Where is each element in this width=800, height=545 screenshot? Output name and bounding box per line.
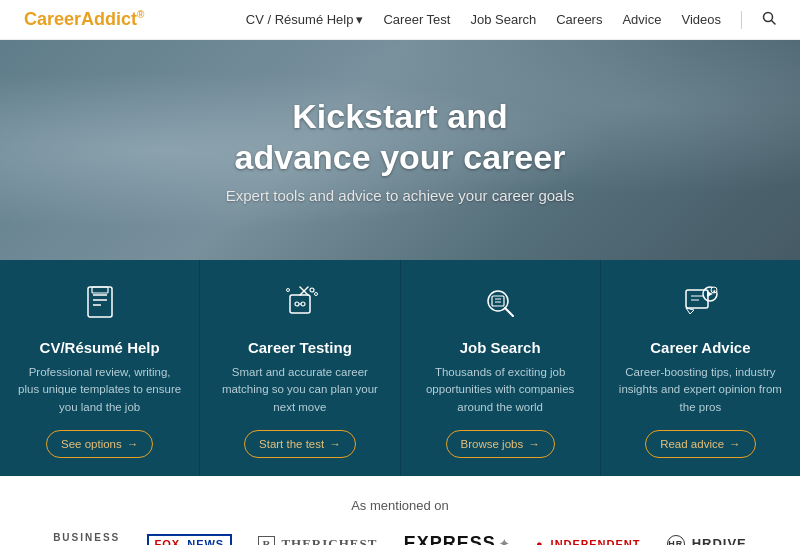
nav-item-careers[interactable]: Careers bbox=[556, 12, 602, 27]
arrow-icon: → bbox=[329, 438, 341, 450]
arrow-icon: → bbox=[127, 438, 139, 450]
svg-point-11 bbox=[301, 302, 305, 306]
svg-point-10 bbox=[295, 302, 299, 306]
card-cv-description: Professional review, writing, plus uniqu… bbox=[18, 364, 181, 416]
svg-rect-18 bbox=[492, 296, 504, 306]
press-logo-fox-news: FOX NEWS bbox=[147, 534, 233, 545]
mentioned-section: As mentioned on BUSINESSINSIDER FOX NEWS… bbox=[0, 476, 800, 545]
arrow-icon: → bbox=[528, 438, 540, 450]
svg-point-13 bbox=[310, 288, 314, 292]
card-cv-title: CV/Résumé Help bbox=[40, 339, 160, 356]
press-logo-business-insider: BUSINESSINSIDER bbox=[53, 531, 120, 545]
card-job-search-title: Job Search bbox=[460, 339, 541, 356]
press-logo-therichest: R TheRichest bbox=[258, 536, 377, 545]
hero-headline: Kickstart and advance your career bbox=[235, 96, 566, 178]
press-logo-express: EXPRESS ✦ bbox=[404, 533, 510, 545]
nav-item-advice[interactable]: Advice bbox=[622, 12, 661, 27]
job-search-icon bbox=[475, 277, 525, 327]
hero-subtext: Expert tools and advice to achieve your … bbox=[226, 187, 575, 204]
logo-text: CareerAddict bbox=[24, 9, 137, 29]
card-career-advice: ★ Career Advice Career-boosting tips, in… bbox=[601, 255, 800, 476]
card-job-search-description: Thousands of exciting job opportunities … bbox=[419, 364, 582, 416]
card-career-advice-description: Career-boosting tips, industry insights … bbox=[619, 364, 782, 416]
card-job-search-button[interactable]: Browse jobs → bbox=[446, 430, 555, 458]
nav-item-videos[interactable]: Videos bbox=[681, 12, 721, 27]
career-advice-icon: ★ bbox=[675, 277, 725, 327]
card-job-search: Job Search Thousands of exciting job opp… bbox=[401, 255, 601, 476]
card-career-testing-description: Smart and accurate career matching so yo… bbox=[218, 364, 381, 416]
nav-item-career-test[interactable]: Career Test bbox=[383, 12, 450, 27]
nav-divider bbox=[741, 11, 742, 29]
header: CareerAddict® CV / Résumé Help ▾ Career … bbox=[0, 0, 800, 40]
card-career-testing-title: Career Testing bbox=[248, 339, 352, 356]
cards-section: CV/Résumé Help Professional review, writ… bbox=[0, 255, 800, 476]
press-logo-independent: ● INDEPENDENT bbox=[536, 538, 641, 545]
svg-line-1 bbox=[772, 21, 776, 25]
svg-rect-6 bbox=[92, 287, 108, 293]
mentioned-title: As mentioned on bbox=[40, 498, 760, 513]
card-cv-button[interactable]: See options → bbox=[46, 430, 153, 458]
svg-point-14 bbox=[314, 293, 317, 296]
nav-item-job-search[interactable]: Job Search bbox=[470, 12, 536, 27]
card-career-testing: Career Testing Smart and accurate career… bbox=[200, 255, 400, 476]
search-button[interactable] bbox=[762, 11, 776, 28]
press-logo-hrdive: HR HRDIVE bbox=[667, 535, 747, 545]
main-nav: CV / Résumé Help ▾ Career Test Job Searc… bbox=[246, 11, 776, 29]
svg-point-15 bbox=[286, 289, 289, 292]
card-career-testing-button[interactable]: Start the test → bbox=[244, 430, 356, 458]
svg-marker-24 bbox=[686, 308, 694, 314]
svg-line-17 bbox=[505, 308, 513, 316]
nav-item-cv[interactable]: CV / Résumé Help ▾ bbox=[246, 12, 364, 27]
logo-trademark: ® bbox=[137, 9, 144, 20]
chevron-down-icon: ▾ bbox=[356, 12, 363, 27]
hero-section: Kickstart and advance your career Expert… bbox=[0, 40, 800, 260]
cv-icon bbox=[75, 277, 125, 327]
card-career-advice-button[interactable]: Read advice → bbox=[645, 430, 755, 458]
logo[interactable]: CareerAddict® bbox=[24, 9, 144, 30]
arrow-icon: → bbox=[729, 438, 741, 450]
card-cv: CV/Résumé Help Professional review, writ… bbox=[0, 255, 200, 476]
career-testing-icon bbox=[275, 277, 325, 327]
card-career-advice-title: Career Advice bbox=[650, 339, 750, 356]
press-logos-row: BUSINESSINSIDER FOX NEWS R TheRichest EX… bbox=[40, 531, 760, 545]
